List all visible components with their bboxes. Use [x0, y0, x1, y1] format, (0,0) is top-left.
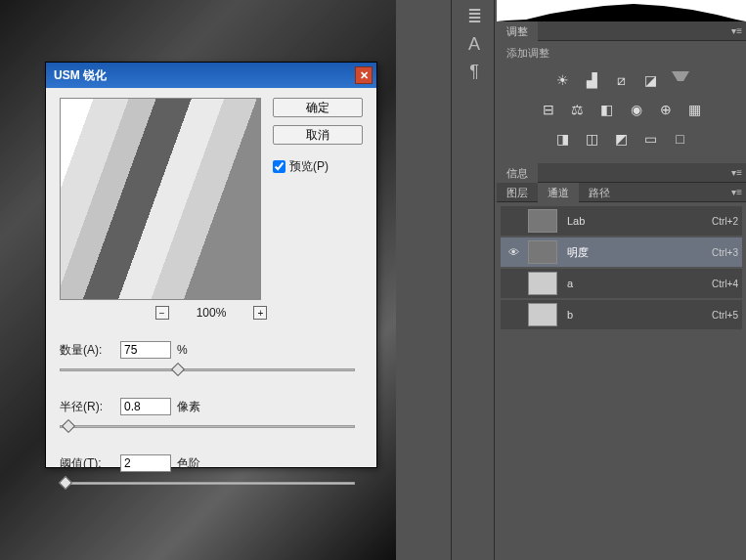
tool-options-strip: ≣ A ¶ [455, 0, 494, 147]
divider [494, 0, 495, 560]
color-balance-icon[interactable]: ⚖ [569, 101, 587, 118]
histogram-graph [497, 0, 746, 22]
photo-filter-icon[interactable]: ◉ [628, 101, 645, 118]
posterize-icon[interactable]: ◫ [584, 130, 601, 148]
zoom-value: 100% [197, 306, 227, 320]
right-panel-column: 调整 ▾≡ 添加调整 ☀ ▟ ⧄ ◪ ⊟ ⚖ ◧ ◉ ⊕ ▦ ◨ ◫ ◩ ▭ □… [497, 0, 746, 560]
info-panel-header: 信息 ▾≡ [497, 163, 746, 183]
ok-button[interactable]: 确定 [273, 98, 363, 117]
channel-thumbnail [528, 303, 557, 326]
adjustment-icon-row-3: ◨ ◫ ◩ ▭ □ [497, 124, 746, 153]
channel-row-b[interactable]: b Ctrl+5 [501, 300, 742, 329]
glyph-panel-icon[interactable]: ¶ [462, 61, 486, 82]
channels-panel-header: 图层 通道 路径 ▾≡ [497, 183, 746, 202]
preview-checkbox[interactable] [273, 160, 285, 173]
tab-paths[interactable]: 路径 [579, 183, 620, 202]
selective-color-icon[interactable]: □ [672, 130, 689, 148]
exposure-icon[interactable]: ◪ [642, 71, 660, 89]
vibrance-icon[interactable] [672, 71, 689, 89]
channel-thumbnail [528, 240, 557, 264]
cancel-button[interactable]: 取消 [273, 125, 363, 145]
invert-icon[interactable]: ◨ [554, 130, 572, 148]
dialog-title-text: USM 锐化 [54, 67, 107, 84]
amount-input[interactable] [120, 341, 171, 359]
tab-info[interactable]: 信息 [497, 163, 538, 183]
channel-row-lightness[interactable]: 明度 Ctrl+3 [501, 237, 742, 267]
character-panel-icon[interactable]: A [462, 33, 486, 55]
brightness-contrast-icon[interactable]: ☀ [554, 71, 572, 89]
preview-checkbox-label: 预览(P) [289, 158, 329, 175]
preview-thumbnail[interactable] [60, 98, 261, 300]
amount-label: 数量(A): [60, 342, 114, 359]
visibility-toggle[interactable] [505, 275, 522, 292]
tab-channels[interactable]: 通道 [538, 183, 579, 202]
channel-list: Lab Ctrl+2 明度 Ctrl+3 a Ctrl+4 b Ctrl+5 [497, 202, 746, 335]
threshold-unit: 色阶 [177, 455, 200, 472]
adjustment-icon-row-1: ☀ ▟ ⧄ ◪ [497, 65, 746, 95]
channel-shortcut: Ctrl+3 [712, 247, 738, 258]
preview-checkbox-row[interactable]: 预览(P) [273, 158, 363, 175]
channel-name: b [567, 309, 712, 321]
channel-mixer-icon[interactable]: ⊕ [657, 101, 675, 118]
channel-name: a [567, 278, 712, 289]
black-white-icon[interactable]: ◧ [598, 101, 616, 118]
channel-name: Lab [567, 215, 712, 227]
channel-thumbnail [528, 209, 557, 233]
adjustment-icon-row-2: ⊟ ⚖ ◧ ◉ ⊕ ▦ [497, 95, 746, 124]
channel-row-a[interactable]: a Ctrl+4 [501, 269, 742, 298]
channel-name: 明度 [567, 245, 712, 260]
close-icon[interactable]: ✕ [355, 66, 373, 84]
divider [451, 0, 452, 560]
paragraph-panel-icon[interactable]: ≣ [462, 6, 486, 27]
adjustments-panel-header: 调整 ▾≡ [497, 22, 746, 41]
radius-label: 半径(R): [60, 399, 114, 415]
panel-menu-icon[interactable]: ▾≡ [731, 187, 742, 197]
levels-icon[interactable]: ▟ [584, 71, 601, 89]
panel-menu-icon[interactable]: ▾≡ [731, 25, 742, 36]
radius-input[interactable] [120, 398, 171, 415]
threshold-icon[interactable]: ◩ [613, 130, 631, 148]
threshold-label: 阈值(T): [60, 455, 114, 472]
visibility-toggle[interactable] [505, 243, 522, 261]
tab-layers[interactable]: 图层 [497, 183, 538, 202]
amount-unit: % [177, 343, 188, 357]
amount-slider[interactable] [60, 363, 355, 376]
panel-menu-icon[interactable]: ▾≡ [731, 167, 742, 178]
channel-shortcut: Ctrl+4 [712, 279, 738, 289]
usm-sharpen-dialog: USM 锐化 ✕ 确定 取消 预览(P) − 100% + 数量(A): % [45, 62, 377, 468]
channel-thumbnail [528, 272, 557, 295]
channel-shortcut: Ctrl+5 [712, 310, 738, 321]
channel-row-lab[interactable]: Lab Ctrl+2 [501, 206, 742, 236]
gradient-map-icon[interactable]: ▭ [642, 130, 660, 148]
threshold-slider[interactable] [60, 476, 355, 490]
radius-unit: 像素 [177, 399, 200, 415]
zoom-out-button[interactable]: − [155, 306, 169, 320]
hue-sat-icon[interactable]: ⊟ [540, 101, 557, 118]
zoom-in-button[interactable]: + [253, 306, 267, 320]
dialog-titlebar[interactable]: USM 锐化 ✕ [46, 63, 376, 88]
color-lookup-icon[interactable]: ▦ [686, 101, 704, 118]
tab-adjustments[interactable]: 调整 [497, 22, 538, 41]
visibility-toggle[interactable] [505, 212, 522, 230]
channel-shortcut: Ctrl+2 [712, 216, 738, 227]
threshold-input[interactable] [120, 454, 171, 472]
curves-icon[interactable]: ⧄ [613, 71, 631, 89]
add-adjustment-label: 添加调整 [497, 41, 746, 65]
radius-slider[interactable] [60, 419, 355, 433]
visibility-toggle[interactable] [505, 306, 522, 323]
